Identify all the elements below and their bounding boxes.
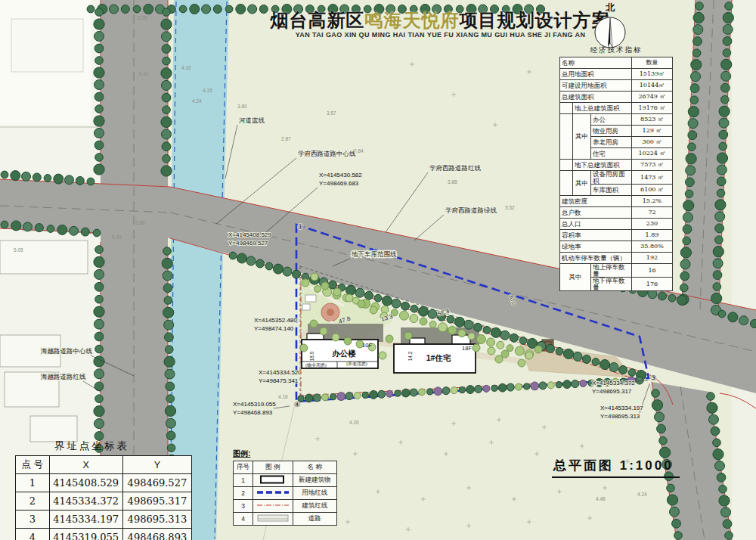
eco-row-name: 设备用房面积 — [591, 171, 632, 185]
xuefu-road-centerline-label-text: 学府西路道路中心线 — [298, 150, 356, 157]
spot-elevation: 3.60 — [237, 104, 247, 109]
legend-title: 图例: — [233, 448, 337, 459]
drawing-scale-label: 总平面图 1:1000 — [552, 457, 680, 478]
coord-header: Y — [122, 456, 191, 474]
spot-elevation: 4.24 — [637, 492, 647, 497]
boundary-coordinates-table: 点 号XY 14145408.529498469.52724145334.372… — [15, 455, 192, 540]
legend-name: 新建建筑物 — [293, 474, 336, 487]
site-plan-sheet: 办公楼 10F 18.0 (物业用房) (养老用房) 1#住宅 18F 14.2… — [0, 0, 756, 540]
spot-elevation: 5.43 — [112, 234, 122, 240]
spot-elevation: 4.16 — [278, 394, 288, 399]
coord-row: 14145408.529498469.527 — [16, 474, 192, 492]
legend-symbol — [253, 474, 293, 487]
coordinate-label-text: X=4145334.372 — [592, 380, 635, 386]
river-blueline-label-text: 河道蓝线 — [239, 116, 265, 124]
legend-no: 3 — [234, 500, 253, 513]
spot-elevation: 3.57 — [327, 110, 336, 116]
coordinate-label-text: X=4145319.055 — [233, 401, 276, 408]
legend-symbol — [253, 500, 293, 513]
spot-elevation: 4.48 — [596, 496, 606, 501]
boundary-coordinates-panel: 界址点坐标表 点 号XY 14145408.529498469.52724145… — [15, 439, 192, 540]
boundary-point-marker: ④ — [294, 400, 301, 408]
eco-row-name: 物业用房 — [591, 126, 632, 137]
coordinate-label-text: Y=498469.683 — [319, 180, 359, 187]
coordinate-label-text: Y=498695.317 — [592, 388, 632, 395]
office-sub2: (养老用房) — [346, 361, 367, 367]
spot-elevation: 4.20 — [349, 420, 359, 425]
eco-row-name: 绿地率 — [560, 241, 632, 253]
spot-elevation: 5.88 — [135, 220, 145, 225]
legend-no: 1 — [234, 474, 253, 487]
economic-indicators-panel: 经济技术指标 名称数量 总用地面积15139㎡ 可建设用地面积10144㎡ 总建… — [559, 45, 673, 291]
coord-cell: 1 — [16, 474, 50, 492]
eco-row-name: 地下停车数量 — [591, 278, 632, 291]
spot-elevation: 4.24 — [192, 98, 202, 104]
eco-row-qty: 8523 ㎡ — [632, 114, 673, 126]
spot-elevation: 3.88 — [448, 179, 457, 185]
legend-row: 4道路 — [234, 513, 337, 526]
garage-extent-label-text: 地下车库范围线 — [351, 250, 397, 258]
coordinate-label-text: X=4145334.197 — [600, 405, 643, 411]
coord-cell: 4145319.055 — [49, 529, 122, 540]
eco-row-name: 地上总建筑面积 — [573, 103, 632, 114]
eco-row-qty: 1473 ㎡ — [632, 171, 673, 185]
coordinate-label-text: Y=498468.893 — [233, 409, 273, 416]
eco-row-qty: 16 — [632, 264, 673, 278]
spot-elevation: 4.15 — [203, 88, 212, 93]
spot-elevation: 5.41 — [139, 71, 149, 76]
eco-row-name: 容积率 — [560, 230, 632, 241]
eco-row-name: 地上停车数量 — [591, 264, 632, 278]
economic-indicators-table: 名称数量 总用地面积15139㎡ 可建设用地面积10144㎡ 总建筑面积2674… — [559, 57, 673, 291]
coordinate-label-text: Y=498475.341 — [259, 377, 299, 384]
coord-cell: 3 — [16, 511, 50, 529]
boundary-point-marker: ③ — [650, 374, 657, 382]
legend-no: 4 — [234, 513, 253, 526]
building-setback-line-icon — [256, 501, 290, 510]
coordinate-label-text: X=4145430.582 — [319, 172, 362, 178]
coord-cell: 498469.527 — [122, 474, 191, 492]
eco-row-qty: 1.89 — [632, 230, 673, 241]
north-label: 北 — [590, 2, 631, 14]
spot-elevation: 4.32 — [181, 65, 191, 70]
eco-row-name: 总人口 — [560, 219, 632, 230]
eco-row-qty: 72 — [632, 207, 673, 219]
eco-qizhong: 其中 — [573, 171, 591, 196]
eco-qizhong: 其中 — [560, 264, 591, 291]
legend-name: 建筑红线 — [293, 500, 336, 513]
legend-name: 道路 — [293, 513, 336, 526]
eco-header-qty: 数量 — [632, 57, 673, 69]
coord-cell: 498468.893 — [122, 529, 191, 540]
eco-row-qty: 10224 ㎡ — [632, 148, 673, 160]
coord-cell: 4145334.372 — [49, 492, 122, 511]
xuefu-road-redline-label-text: 学府西路道路红线 — [429, 164, 482, 172]
office-sub1: (物业用房) — [305, 362, 327, 368]
new-building-icon — [256, 475, 290, 484]
legend-symbol — [253, 487, 293, 500]
eco-row-qty: 19176 ㎡ — [632, 103, 673, 114]
eco-row-qty: 6100 ㎡ — [632, 185, 673, 196]
eco-row-qty: 192 — [632, 253, 673, 264]
spot-elevation: 5.05 — [14, 247, 23, 253]
coord-header: X — [49, 456, 122, 474]
eco-row-name: 养老用房 — [591, 137, 632, 148]
legend-name: 用地红线 — [293, 487, 336, 500]
legend-no: 2 — [234, 487, 253, 500]
coord-cell: 4145334.197 — [49, 511, 122, 529]
legend-table: 序号图 例名 称 1新建建筑物2用地红线3建筑红线4道路 — [233, 461, 337, 526]
economic-indicators-title: 经济技术指标 — [559, 45, 673, 55]
eco-row-name: 总建筑面积 — [560, 92, 632, 103]
boundary-coordinates-title: 界址点坐标表 — [54, 439, 192, 453]
eco-row-qty: 15139㎡ — [632, 69, 673, 80]
legend-header: 图 例 — [253, 461, 293, 474]
eco-row-name: 办公 — [591, 114, 632, 126]
eco-row-name: 机动车停车数量（辆） — [560, 253, 632, 264]
eco-row-qty: 26749 ㎡ — [632, 92, 673, 103]
coord-row: 34145334.197498695.313 — [16, 511, 192, 529]
eco-row-name: 车库面积 — [591, 185, 632, 196]
haiyue-road-centerline-label-text: 海越路道路中心线 — [41, 347, 93, 355]
office-depth-dim: 18.0 — [309, 351, 314, 361]
eco-row-name: 住宅 — [591, 148, 632, 160]
eco-row-qty: 300 ㎡ — [632, 137, 673, 148]
road-icon — [256, 514, 290, 523]
legend-panel: 图例: 序号图 例名 称 1新建建筑物2用地红线3建筑红线4道路 — [233, 448, 337, 526]
